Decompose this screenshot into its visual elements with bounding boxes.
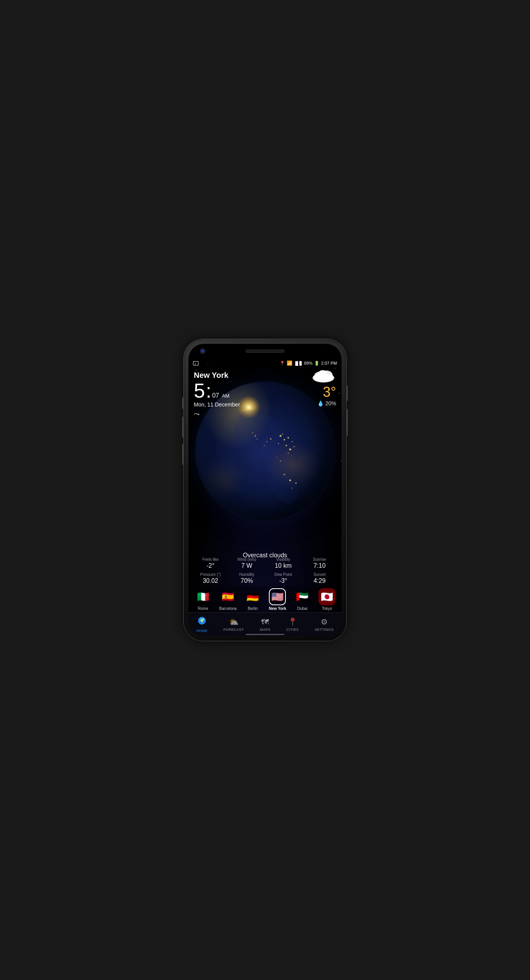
nav-home[interactable]: 🌍 HOME xyxy=(193,615,211,634)
top-hardware xyxy=(188,344,342,359)
visibility-value: 10 km xyxy=(267,562,300,569)
sunrise-value: 7:10 xyxy=(303,562,336,569)
city-flag-barcelona: 🇪🇸 xyxy=(219,588,236,605)
nav-forecast[interactable]: ⛅ FORECAST xyxy=(221,616,247,633)
location-icon: 📍 xyxy=(280,361,285,366)
dew-point-label: Dew Point xyxy=(267,572,300,577)
weather-top-right: 3° 💧 20% xyxy=(311,368,336,406)
feels-like-label: Feels like xyxy=(194,557,227,562)
rain-icon: 💧 xyxy=(317,400,324,406)
home-label: HOME xyxy=(197,629,208,633)
forecast-label: FORECAST xyxy=(224,628,244,632)
city-item-barcelona[interactable]: 🇪🇸 Barcelona xyxy=(219,588,237,611)
sunset-value: 4:29 xyxy=(303,577,336,584)
share-icon[interactable]: ⤳ xyxy=(194,410,336,418)
image-icon xyxy=(193,361,198,365)
wind-value: 7 W xyxy=(230,562,263,569)
svg-text:🌍: 🌍 xyxy=(199,618,205,623)
dew-point-value: -3° xyxy=(267,577,300,584)
time-hour: 5 xyxy=(194,381,205,401)
sunrise-label: Sunrise xyxy=(303,557,336,562)
sunrise-item: Sunrise 7:10 xyxy=(301,556,338,571)
cities-label: CITIES xyxy=(286,628,299,632)
weather-details-grid: Feels like -2° Wind (m/s) 7 W Visibility… xyxy=(188,556,342,586)
city-flag-berlin: 🇩🇪 xyxy=(244,588,261,605)
camera-button[interactable] xyxy=(182,444,184,465)
precip-value: 20% xyxy=(325,400,336,406)
svg-point-13 xyxy=(341,461,342,461)
screen-content: 📍 📶 ▐▌▊ 89% 🔋 2:07 PM New York 5 : 07 AM xyxy=(188,359,342,636)
humidity-value: 70% xyxy=(230,577,263,584)
feels-like-item: Feels like -2° xyxy=(192,556,229,571)
nav-maps[interactable]: 🗺 MAPS xyxy=(257,616,274,633)
humidity-item: Humidity 70% xyxy=(229,571,265,586)
forecast-icon: ⛅ xyxy=(229,617,239,627)
visibility-item: Visibility 10 km xyxy=(265,556,301,571)
cities-icon: 📍 xyxy=(288,617,297,627)
feels-like-value: -2° xyxy=(194,562,227,569)
svg-point-40 xyxy=(318,370,327,378)
settings-label: SETTINGS xyxy=(315,628,333,632)
cloud-icon xyxy=(311,368,336,382)
city-label-barcelona: Barcelona xyxy=(219,606,237,611)
battery-text: 89% xyxy=(304,361,313,365)
maps-label: MAPS xyxy=(260,628,271,632)
status-left xyxy=(193,361,198,365)
clock-display: 2:07 PM xyxy=(321,361,337,365)
svg-point-9 xyxy=(337,428,338,429)
city-label-newyork: New York xyxy=(269,606,286,611)
city-label-tokyo: Tokyo xyxy=(322,606,332,611)
time-min-period: 07 AM xyxy=(212,392,229,399)
phone-screen: 📍 📶 ▐▌▊ 89% 🔋 2:07 PM New York 5 : 07 AM xyxy=(188,344,342,636)
city-label-berlin: Berlin xyxy=(248,606,258,611)
pressure-item: Pressure (") 30.02 xyxy=(192,571,229,586)
home-icon: 🌍 xyxy=(197,616,207,628)
sunset-item: Sunset 4:29 xyxy=(301,571,338,586)
pressure-value: 30.02 xyxy=(194,577,227,584)
wifi-icon: 📶 xyxy=(287,360,292,366)
city-item-berlin[interactable]: 🇩🇪 Berlin xyxy=(244,588,261,611)
city-flag-newyork: 🇺🇸 xyxy=(269,588,286,605)
city-flag-rome: 🇮🇹 xyxy=(195,588,212,605)
cities-row: 🇮🇹 Rome 🇪🇸 Barcelona 🇩🇪 Berlin 🇺🇸 New Yo… xyxy=(188,587,342,612)
front-camera xyxy=(200,348,205,354)
humidity-label: Humidity xyxy=(230,572,263,577)
settings-icon: ⚙ xyxy=(321,617,328,627)
phone-frame: 📍 📶 ▐▌▊ 89% 🔋 2:07 PM New York 5 : 07 AM xyxy=(184,339,346,641)
speaker xyxy=(246,350,284,353)
volume-up-button[interactable] xyxy=(182,397,184,409)
sunset-label: Sunset xyxy=(303,572,336,577)
dew-point-item: Dew Point -3° xyxy=(265,571,301,586)
city-flag-dubai: 🇦🇪 xyxy=(294,588,311,605)
wind-label: Wind (m/s) xyxy=(230,557,263,562)
signal-icon: ▐▌▊ xyxy=(294,361,303,365)
bottom-navigation: 🌍 HOME ⛅ FORECAST 🗺 MAPS 📍 CITIES xyxy=(188,612,342,636)
nav-cities[interactable]: 📍 CITIES xyxy=(283,616,302,633)
city-label-rome: Rome xyxy=(198,606,209,611)
city-item-newyork[interactable]: 🇺🇸 New York xyxy=(269,588,286,611)
battery-icon: 🔋 xyxy=(314,361,320,366)
pressure-label: Pressure (") xyxy=(194,572,227,577)
city-flag-tokyo: 🇯🇵 xyxy=(318,588,335,605)
time-colon: : xyxy=(206,381,211,401)
temperature-display: 3° xyxy=(323,384,336,400)
time-minutes: 07 xyxy=(212,392,219,399)
time-period: AM xyxy=(222,393,230,399)
status-right: 📍 📶 ▐▌▊ 89% 🔋 2:07 PM xyxy=(280,360,337,366)
city-item-dubai[interactable]: 🇦🇪 Dubai xyxy=(294,588,311,611)
precipitation-display: 💧 20% xyxy=(317,400,336,406)
home-indicator xyxy=(246,634,284,635)
city-label-dubai: Dubai xyxy=(297,606,307,611)
city-item-rome[interactable]: 🇮🇹 Rome xyxy=(195,588,212,611)
maps-icon: 🗺 xyxy=(261,618,269,627)
visibility-label: Visibility xyxy=(267,557,300,562)
volume-down-button[interactable] xyxy=(182,417,184,438)
nav-settings[interactable]: ⚙ SETTINGS xyxy=(311,616,337,633)
status-bar: 📍 📶 ▐▌▊ 89% 🔋 2:07 PM xyxy=(188,359,342,368)
city-item-tokyo[interactable]: 🇯🇵 Tokyo xyxy=(318,588,335,611)
wind-item: Wind (m/s) 7 W xyxy=(229,556,265,571)
